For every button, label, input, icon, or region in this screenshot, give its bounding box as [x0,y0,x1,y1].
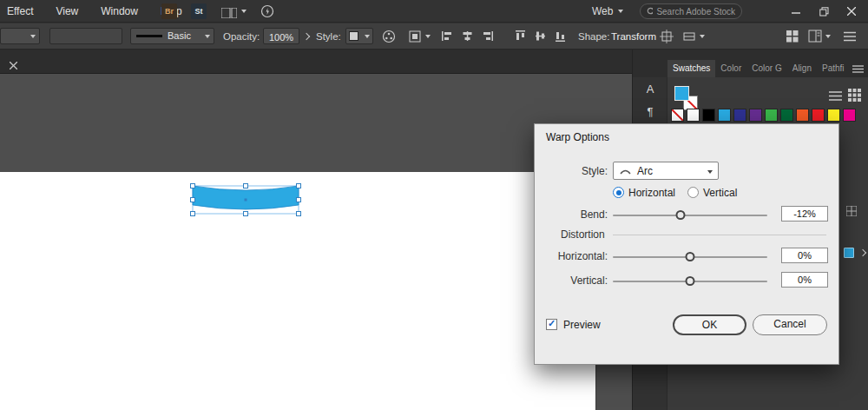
brush-name: Basic [168,29,191,43]
swatch[interactable] [765,109,778,122]
chevron-down-icon[interactable] [241,10,247,13]
close-button[interactable] [838,0,865,23]
style-swatch-dropdown[interactable] [345,28,373,44]
artboard-thumbnail-icon[interactable] [844,248,854,258]
minimize-button[interactable] [783,0,809,23]
list-view-icon[interactable] [829,89,842,105]
transform-link[interactable]: Transform [611,23,656,50]
chevron-right-icon[interactable] [303,33,310,40]
menu-window[interactable]: Window [101,5,138,17]
bend-slider[interactable] [613,215,767,216]
arrange-documents-icon[interactable] [221,6,237,22]
panel-sliver-grid-icon[interactable] [846,204,857,220]
distort-vertical-value[interactable]: 0% [781,272,828,288]
character-panel-icon[interactable]: A [633,83,667,96]
panel-menu-icon[interactable] [852,61,864,76]
opacity-field[interactable]: 100% [263,28,299,44]
tab-align[interactable]: Align [787,60,817,77]
chevron-down-icon[interactable] [700,35,705,38]
stock-icon[interactable]: St [191,3,207,19]
distort-horizontal-slider[interactable] [613,256,767,258]
bridge-icon[interactable]: Br [161,3,177,19]
tab-color[interactable]: Color [715,60,746,77]
bend-slider-thumb[interactable] [676,210,686,220]
panel-tab-bar: Swatches Color Color G Align Pathfi [633,50,868,77]
chevron-down-icon[interactable] [825,35,831,38]
brush-definition-dropdown[interactable]: Basic [130,28,214,44]
distort-vertical-slider[interactable] [613,281,767,282]
app-grid-icon[interactable] [786,30,799,43]
width-profile-well[interactable] [49,28,122,44]
align-center-icon[interactable] [461,30,474,43]
preview-checkbox[interactable] [546,319,557,330]
chevron-right-icon[interactable] [859,249,866,256]
swatch[interactable] [702,109,715,122]
distort-vertical-thumb[interactable] [686,276,695,286]
snap-options-icon[interactable] [682,30,696,43]
symbol-options-icon[interactable] [408,30,422,43]
paragraph-panel-icon[interactable]: ¶ [633,105,667,118]
opacity-label: Opacity: [223,23,260,50]
menu-view[interactable]: View [56,5,78,17]
menu-hamburger-icon[interactable] [844,31,856,42]
bend-field-label: Bend: [538,208,608,221]
grid-view-icon[interactable] [848,89,861,105]
swatch-row [671,109,856,122]
panel-tabs: Swatches Color Color G Align Pathfi [667,60,850,77]
style-swatch-icon [349,31,358,41]
chevron-down-icon [365,35,370,38]
search-placeholder: Search Adobe Stock [656,7,735,17]
tab-color-guide[interactable]: Color G [746,60,786,77]
shape-label: Shape: [578,23,609,50]
align-right-icon[interactable] [481,30,494,43]
swatch[interactable] [718,109,731,122]
align-left-icon[interactable] [441,30,454,43]
horizontal-radio[interactable] [613,187,624,198]
recolor-artwork-icon[interactable] [382,30,396,43]
swatch[interactable] [796,109,809,122]
opacity-value: 100% [269,32,293,43]
workspace-label: Web [592,5,613,17]
align-bottom-icon[interactable] [554,30,567,43]
tab-pathfinder[interactable]: Pathfi [817,60,850,77]
swatch[interactable] [780,109,793,122]
preview-label[interactable]: Preview [563,319,601,331]
vertical-radio-label[interactable]: Vertical [703,187,737,199]
swatch[interactable] [812,109,825,122]
cancel-button[interactable]: Cancel [753,314,827,335]
distort-horizontal-label: Horizontal: [538,250,608,262]
swatch-none[interactable] [671,109,684,122]
fill-proxy[interactable] [674,86,689,101]
align-top-icon[interactable] [514,30,527,43]
vertical-radio[interactable] [687,187,699,198]
swatch[interactable] [827,109,840,122]
distort-horizontal-value[interactable]: 0% [781,248,828,263]
restore-button[interactable] [811,0,837,23]
swatch[interactable] [843,109,856,122]
warp-style-dropdown[interactable]: Arc [613,162,719,180]
ok-button[interactable]: OK [673,314,746,335]
center-point-marker [245,199,247,202]
distort-vertical-label: Vertical: [538,274,608,287]
style-field-label: Style: [538,165,608,177]
tab-swatches[interactable]: Swatches [667,60,715,77]
horizontal-radio-label[interactable]: Horizontal [628,187,675,199]
menubar: Effect View Window Help Br St Web Search… [0,0,868,23]
align-middle-icon[interactable] [534,30,547,43]
chevron-down-icon[interactable] [425,35,431,38]
swatch[interactable] [749,109,762,122]
menu-effect[interactable]: Effect [7,5,33,17]
warped-rectangle[interactable] [193,186,299,209]
panel-dock-icon[interactable] [808,30,822,43]
selected-shape[interactable] [181,176,311,227]
swatch[interactable] [733,109,746,122]
close-tab-icon[interactable] [10,57,17,73]
gpu-performance-icon[interactable] [260,4,274,22]
stroke-weight-dropdown[interactable] [0,28,40,44]
swatch[interactable] [687,109,700,122]
bend-value-field[interactable]: -12% [781,206,828,222]
stock-search-field[interactable]: Search Adobe Stock [640,3,742,19]
bounding-box-icon[interactable] [660,30,674,43]
distort-horizontal-thumb[interactable] [686,252,695,261]
workspace-switcher[interactable]: Web [592,0,623,23]
